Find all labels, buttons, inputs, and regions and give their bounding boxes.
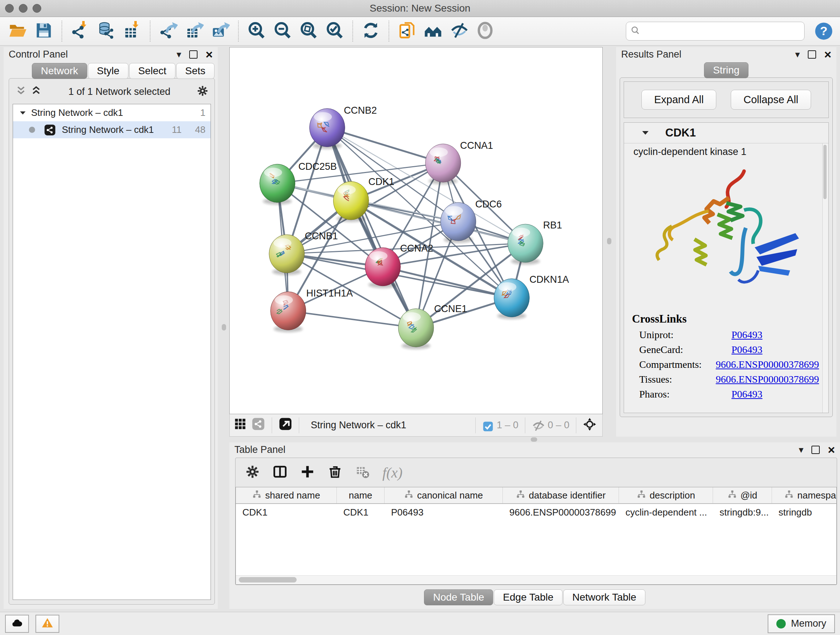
splitter-handle[interactable] [222, 324, 226, 331]
save-floppy-icon [34, 21, 53, 41]
gear-icon[interactable] [196, 85, 209, 98]
network-node[interactable] [441, 203, 476, 241]
tree-caret-icon[interactable] [18, 108, 27, 118]
tab-sets[interactable]: Sets [176, 63, 215, 79]
table-row[interactable]: CDK1 CDK1 P06493 9606.ENSP00000378699 cy… [236, 504, 836, 521]
close-panel-icon[interactable]: × [205, 48, 213, 60]
maximize-panel-icon[interactable] [812, 446, 820, 454]
close-panel-icon[interactable]: × [824, 48, 831, 60]
maximize-panel-icon[interactable] [808, 50, 816, 59]
string-results-card: Expand All Collapse All CDK1 cyclin-depe… [620, 78, 833, 417]
open-session-button[interactable] [6, 20, 29, 42]
export-image-button[interactable] [209, 20, 232, 42]
section-caret-icon[interactable] [640, 127, 651, 138]
splitter-handle[interactable] [607, 238, 611, 244]
gene-card-header[interactable]: CDK1 [624, 123, 829, 143]
uniprot-link[interactable]: P06493 [731, 329, 763, 340]
column-header[interactable]: name [337, 487, 385, 503]
column-header[interactable]: database identifier [503, 487, 619, 503]
network-node[interactable] [425, 144, 461, 182]
collapse-all-icon[interactable] [15, 85, 27, 98]
fit-selected-icon[interactable] [583, 417, 599, 433]
maximize-panel-icon[interactable] [189, 50, 197, 59]
save-session-button[interactable] [33, 20, 55, 42]
column-header[interactable]: namespace [772, 487, 837, 503]
import-table-from-file-button[interactable] [121, 20, 143, 42]
network-graph[interactable]: CCNB2CCNA1CDC25BCDK1CDC6RB1CCNB1CCNA2CDK… [230, 48, 602, 414]
network-node[interactable] [494, 279, 530, 317]
export-table-button[interactable] [183, 20, 205, 42]
network-node[interactable] [365, 248, 401, 286]
status-bar: Memory [0, 612, 840, 635]
update-network-button[interactable] [360, 20, 382, 42]
search-box[interactable] [626, 22, 805, 41]
add-column-icon[interactable] [300, 464, 315, 481]
tab-string[interactable]: String [704, 62, 748, 78]
tab-select[interactable]: Select [129, 63, 175, 79]
zoom-out-button[interactable] [271, 20, 294, 42]
tab-network-table[interactable]: Network Table [563, 589, 645, 605]
selected-checkbox-icon[interactable] [482, 420, 494, 431]
tab-node-table[interactable]: Node Table [424, 589, 493, 605]
show-columns-icon[interactable] [272, 464, 287, 481]
float-panel-icon[interactable]: ▾ [177, 50, 181, 59]
tissues-link[interactable]: 9606.ENSP00000378699 [716, 374, 819, 385]
column-header[interactable]: description [619, 487, 713, 503]
node-label: HIST1H1A [306, 288, 353, 299]
cloud-button[interactable] [5, 615, 29, 633]
export-network-button[interactable] [157, 20, 180, 42]
help-button[interactable]: ? [814, 21, 834, 41]
gene-name: CDK1 [665, 126, 696, 139]
network-canvas[interactable]: CCNB2CCNA1CDC25BCDK1CDC6RB1CCNB1CCNA2CDK… [229, 47, 603, 414]
network-list-card: 1 of 1 Network selected String Network –… [9, 78, 215, 605]
network-node[interactable] [260, 164, 295, 203]
column-header[interactable]: canonical name [385, 487, 503, 503]
export-network-icon [159, 21, 178, 41]
network-row[interactable]: String Network – cdk1 11 48 [13, 121, 210, 138]
tab-edge-table[interactable]: Edge Table [494, 589, 562, 605]
float-panel-icon[interactable]: ▾ [795, 50, 800, 59]
hide-selected-button[interactable] [448, 20, 470, 42]
expand-collapse-row: Expand All Collapse All [624, 81, 829, 118]
search-input[interactable] [643, 25, 800, 37]
genecard-link[interactable]: P06493 [731, 344, 763, 356]
collapse-all-button[interactable]: Collapse All [731, 90, 811, 110]
pharos-link[interactable]: P06493 [731, 388, 763, 400]
table-settings-gear-icon[interactable] [245, 464, 260, 481]
delete-column-icon[interactable] [327, 464, 343, 481]
first-neighbors-button[interactable] [422, 20, 444, 42]
hidden-eye-icon[interactable] [532, 419, 545, 432]
network-node[interactable] [398, 309, 434, 347]
splitter-handle[interactable] [531, 437, 537, 442]
network-share-icon[interactable] [251, 417, 265, 433]
open-in-window-icon[interactable] [279, 417, 292, 433]
network-node[interactable] [333, 181, 369, 220]
network-collection-row[interactable]: String Network – cdk1 1 [13, 104, 210, 121]
zoom-in-button[interactable] [245, 20, 268, 42]
network-node[interactable] [309, 109, 345, 147]
compartments-link[interactable]: 9606.ENSP00000378699 [716, 359, 819, 371]
table-horizontal-scrollbar[interactable] [236, 575, 836, 584]
tab-style[interactable]: Style [88, 63, 128, 79]
show-all-button[interactable] [474, 20, 496, 42]
import-network-from-file-button[interactable] [69, 20, 91, 42]
memory-button[interactable]: Memory [767, 614, 835, 633]
birds-eye-view-icon[interactable] [233, 417, 247, 433]
float-panel-icon[interactable]: ▾ [799, 445, 804, 454]
import-network-from-database-button[interactable] [95, 20, 117, 42]
new-network-from-selection-button[interactable] [396, 20, 418, 42]
zoom-selected-button[interactable] [324, 20, 346, 42]
close-panel-icon[interactable]: × [828, 443, 835, 456]
network-node[interactable] [271, 292, 306, 330]
function-builder-icon: f(x) [382, 464, 403, 481]
expand-all-icon[interactable] [30, 85, 42, 98]
network-node[interactable] [269, 234, 305, 273]
zoom-fit-button[interactable] [297, 20, 320, 42]
network-node[interactable] [508, 224, 543, 263]
column-header[interactable]: shared name [236, 487, 337, 503]
expand-all-button[interactable]: Expand All [641, 90, 716, 110]
column-header[interactable]: @id [713, 487, 772, 503]
tab-network[interactable]: Network [32, 63, 87, 79]
warnings-button[interactable] [35, 615, 59, 633]
results-scrollbar[interactable] [822, 143, 828, 413]
